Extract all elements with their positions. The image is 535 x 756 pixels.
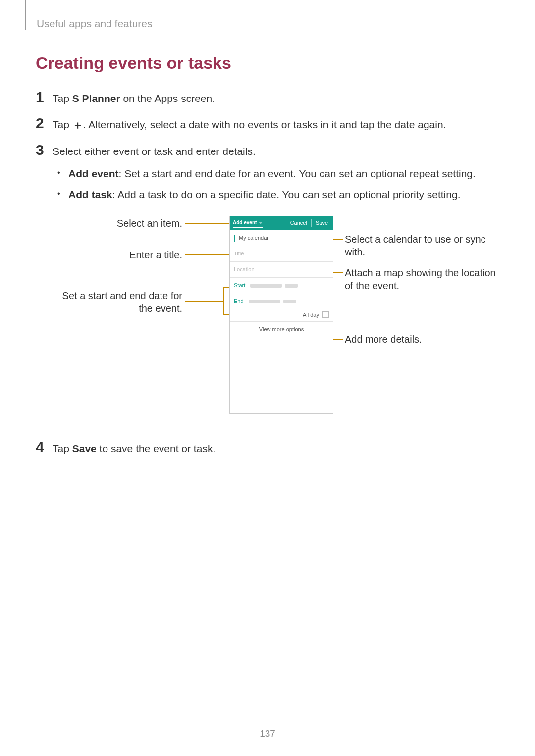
location-field[interactable]: Location: [230, 262, 333, 278]
tab-label: Add event: [233, 219, 257, 227]
end-date-blurred: [249, 300, 280, 303]
cancel-button[interactable]: Cancel: [288, 219, 309, 227]
view-more-options[interactable]: View more options: [230, 321, 333, 336]
breadcrumb: Useful apps and features: [37, 18, 499, 30]
all-day-row[interactable]: All day: [230, 309, 333, 320]
step-3: 3 Select either event or task and enter …: [36, 143, 499, 430]
page-content: Useful apps and features Creating events…: [0, 0, 535, 486]
step-body: Tap ＋. Alternatively, select a date with…: [53, 117, 499, 132]
step-number: 2: [36, 116, 53, 131]
start-time-blurred: [285, 284, 298, 288]
calendar-selector[interactable]: My calendar: [230, 230, 333, 246]
callout-select-calendar: Select a calendar to use or sync with.: [345, 233, 498, 258]
calendar-name: My calendar: [239, 234, 268, 242]
end-time-blurred: [283, 300, 296, 303]
save-button[interactable]: Save: [311, 219, 330, 227]
start-label: Start: [234, 282, 245, 290]
page-number: 137: [0, 728, 535, 739]
all-day-checkbox[interactable]: [322, 311, 329, 318]
bullet-add-event: Add event: Set a start and end date for …: [54, 166, 499, 182]
text: Tap: [53, 93, 72, 104]
bold-text: Add task: [68, 189, 112, 200]
step-body: Select either event or task and enter de…: [53, 144, 499, 430]
leader-line: [185, 301, 223, 302]
title-placeholder: Title: [234, 250, 244, 258]
text: Tap: [53, 443, 72, 454]
start-row[interactable]: Start: [230, 278, 333, 294]
callout-add-details: Add more details.: [345, 333, 498, 346]
step-4: 4 Tap Save to save the event or task.: [36, 440, 499, 456]
callout-attach-map: Attach a map showing the location of the…: [345, 266, 498, 292]
bold-text: Save: [72, 443, 97, 454]
leader-line: [185, 254, 230, 255]
step-number: 3: [36, 143, 53, 157]
text: on the Apps screen.: [120, 93, 215, 104]
text: : Set a start and end date for an event.…: [119, 168, 476, 179]
leader-line: [223, 287, 224, 315]
chevron-down-icon: [259, 222, 263, 224]
callout-enter-title: Enter a title.: [53, 249, 182, 261]
bold-text: S Planner: [72, 93, 120, 104]
text: to save the event or task.: [97, 443, 215, 454]
annotated-screenshot: Select an item. Enter a title. Set a sta…: [53, 212, 499, 430]
text: Tap: [53, 119, 72, 130]
doc-margin-rule: [25, 0, 26, 30]
location-placeholder: Location: [234, 266, 255, 274]
callout-select-item: Select an item.: [53, 217, 182, 230]
step-number: 1: [36, 90, 53, 104]
bold-text: Add event: [68, 168, 119, 179]
step-1: 1 Tap S Planner on the Apps screen.: [36, 90, 499, 106]
phone-header: Add event Cancel Save: [230, 216, 333, 230]
tab-add-event[interactable]: Add event: [233, 219, 263, 228]
all-day-label: All day: [303, 312, 319, 318]
text: Select either event or task and enter de…: [53, 146, 256, 157]
step-body: Tap S Planner on the Apps screen.: [53, 91, 499, 106]
end-row[interactable]: End: [230, 294, 333, 309]
calendar-color-icon: [234, 235, 235, 242]
start-date-blurred: [250, 284, 282, 288]
step-body: Tap Save to save the event or task.: [53, 441, 499, 456]
leader-line: [223, 314, 230, 315]
end-label: End: [234, 298, 244, 305]
step-number: 4: [36, 440, 53, 454]
leader-line: [333, 239, 343, 240]
text: : Add a task to do on a specific date. Y…: [112, 189, 461, 200]
bullet-add-task: Add task: Add a task to do on a specific…: [54, 187, 499, 202]
section-heading: Creating events or tasks: [36, 53, 499, 73]
sub-bullets: Add event: Set a start and end date for …: [54, 166, 499, 202]
callout-set-dates: Set a start and end date for the event.: [53, 289, 182, 315]
leader-line: [223, 287, 230, 288]
text: . Alternatively, select a date with no e…: [83, 119, 446, 130]
title-field[interactable]: Title: [230, 246, 333, 262]
leader-line: [185, 223, 230, 224]
plus-icon: ＋: [72, 120, 83, 131]
step-2: 2 Tap ＋. Alternatively, select a date wi…: [36, 116, 499, 132]
phone-mock: Add event Cancel Save My calendar Title: [229, 216, 333, 414]
